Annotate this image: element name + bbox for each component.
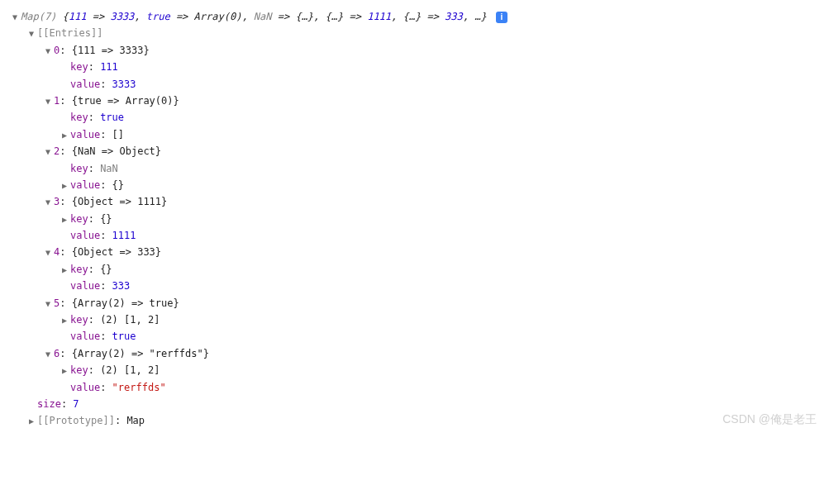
- preview-value: 1111: [367, 11, 391, 22]
- key-label: key: [70, 163, 88, 174]
- value-value: []: [112, 129, 124, 140]
- expand-arrow[interactable]: [45, 94, 54, 108]
- key-label: key: [70, 112, 88, 123]
- expand-arrow[interactable]: [45, 347, 54, 361]
- value-value: {}: [112, 179, 124, 191]
- entry-summary: {Object => 1111}: [72, 196, 168, 207]
- entry-summary: {Object => 333}: [72, 246, 161, 258]
- value-value: 3333: [112, 78, 136, 90]
- value-label: value: [70, 78, 100, 90]
- key-value: true: [100, 112, 124, 123]
- entry-summary: {true => Array(0)}: [72, 95, 179, 107]
- expand-arrow[interactable]: [62, 364, 70, 378]
- expand-arrow[interactable]: [62, 178, 70, 193]
- expand-arrow[interactable]: [29, 26, 37, 40]
- preview-key: {…}: [403, 11, 422, 22]
- value-value: "rerffds": [112, 382, 166, 393]
- expand-arrow[interactable]: [29, 414, 37, 428]
- expand-arrow[interactable]: [62, 263, 70, 277]
- object-type: Map(7): [21, 11, 63, 22]
- value-label: value: [70, 280, 100, 292]
- value-label: value: [70, 179, 100, 191]
- entry-summary: {Array(2) => "rerffds"}: [72, 348, 209, 359]
- expand-arrow[interactable]: [45, 195, 54, 209]
- value-value: true: [112, 330, 136, 342]
- value-label: value: [70, 330, 100, 342]
- entry-summary: {111 => 3333}: [72, 45, 150, 56]
- preview-key: true: [146, 11, 170, 22]
- key-value: (2) [1, 2]: [100, 314, 160, 326]
- preview-value: 3333: [110, 11, 134, 22]
- preview-key: {…}: [326, 11, 344, 22]
- preview-key: NaN: [254, 11, 272, 22]
- key-label: key: [70, 364, 88, 376]
- expand-arrow[interactable]: [45, 145, 54, 159]
- key-label: key: [70, 213, 88, 225]
- preview-value: {…}: [295, 11, 313, 22]
- size-value: 7: [73, 398, 79, 410]
- value-label: value: [70, 230, 100, 241]
- expand-arrow[interactable]: [12, 10, 21, 24]
- value-label: value: [70, 382, 100, 393]
- value-label: value: [70, 129, 100, 140]
- value-value: 333: [112, 280, 131, 292]
- size-label: size: [37, 398, 61, 410]
- key-value: {}: [100, 213, 112, 225]
- preview-key: 111: [69, 11, 87, 22]
- key-value: 111: [100, 61, 118, 73]
- preview-value: Array(0): [194, 11, 242, 22]
- entry-summary: {Array(2) => true}: [72, 297, 179, 309]
- key-label: key: [70, 61, 88, 73]
- key-label: key: [70, 314, 88, 326]
- key-value: NaN: [100, 163, 118, 174]
- expand-arrow[interactable]: [62, 313, 70, 327]
- expand-arrow[interactable]: [62, 212, 70, 226]
- preview-value: 333: [445, 11, 463, 22]
- value-value: 1111: [112, 230, 136, 241]
- expand-arrow[interactable]: [62, 128, 70, 142]
- key-value: {}: [100, 264, 112, 275]
- info-icon[interactable]: i: [496, 12, 507, 23]
- key-label: key: [70, 264, 88, 275]
- expand-arrow[interactable]: [45, 297, 54, 311]
- prototype-value: Map: [126, 415, 145, 426]
- prototype-label: [[Prototype]]: [37, 415, 115, 426]
- entry-summary: {NaN => Object}: [72, 145, 161, 157]
- entries-label: [[Entries]]: [37, 27, 102, 39]
- console-object-inspector: Map(7) {111 => 3333, true => Array(0), N…: [12, 8, 817, 430]
- expand-arrow[interactable]: [45, 245, 54, 259]
- expand-arrow[interactable]: [45, 44, 54, 58]
- key-value: (2) [1, 2]: [100, 364, 160, 376]
